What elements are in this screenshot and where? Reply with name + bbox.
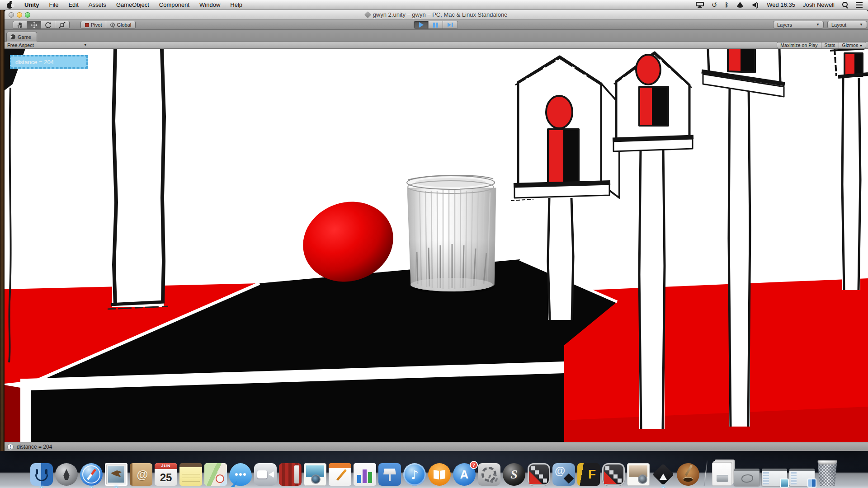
dock-icon-trash[interactable]: [817, 460, 838, 486]
dock-icon-minimized-window-1[interactable]: [734, 469, 760, 486]
dock-icon-keynote[interactable]: [378, 463, 401, 486]
move-icon: [31, 22, 38, 28]
layout-dropdown[interactable]: Layout▼: [827, 21, 867, 28]
dock-icon-mail[interactable]: [105, 463, 127, 486]
title-bar[interactable]: gwyn 2.unity – gwyn – PC, Mac & Linux St…: [5, 10, 868, 20]
dock-icon-system-preferences[interactable]: [478, 463, 500, 486]
menu-component[interactable]: Component: [154, 0, 194, 9]
dock-icon-unity-docs[interactable]: [552, 463, 575, 486]
tab-game[interactable]: Game: [6, 32, 37, 42]
dock-icon-contacts[interactable]: [130, 463, 152, 486]
dock-icon-safari[interactable]: [80, 463, 103, 486]
game-view-icon: [10, 34, 15, 39]
dock-icon-minimized-window-3[interactable]: [789, 469, 815, 486]
dock-icon-zigzag-app-2[interactable]: [602, 463, 625, 486]
menu-unity[interactable]: Unity: [19, 0, 44, 9]
dock-icon-numbers[interactable]: [354, 463, 376, 486]
dock-icon-photo-booth[interactable]: [279, 463, 302, 486]
step-icon: [448, 23, 453, 27]
window-title: gwyn 2.unity – gwyn – PC, Mac & Linux St…: [373, 11, 508, 18]
menu-edit[interactable]: Edit: [63, 0, 83, 9]
dock-icon-ibooks[interactable]: [428, 463, 451, 486]
calendar-month: JUN: [155, 463, 177, 469]
running-indicator: [40, 486, 43, 488]
spotlight-icon[interactable]: [842, 2, 848, 8]
apple-menu-icon[interactable]: [6, 1, 13, 9]
menu-gameobject[interactable]: GameObject: [111, 0, 154, 9]
trash-can: [407, 175, 496, 293]
dock-icon-messages[interactable]: [229, 463, 252, 486]
layers-dropdown[interactable]: Layers▼: [773, 21, 824, 28]
dock-icon-minimized-window-2[interactable]: [762, 469, 787, 486]
bluetooth-icon[interactable]: ᛒ: [725, 1, 728, 9]
dock-separator: [704, 460, 708, 486]
dock-icon-calendar[interactable]: JUN 25: [155, 463, 177, 486]
dock-icon-pages[interactable]: [329, 463, 351, 486]
scale-tool-button[interactable]: [55, 21, 69, 28]
menu-file[interactable]: File: [44, 0, 64, 9]
notification-center-icon[interactable]: [856, 2, 863, 3]
dock-icon-garageband[interactable]: [677, 463, 699, 486]
globe-icon: [110, 23, 115, 27]
move-tool-button[interactable]: [27, 21, 41, 28]
menu-bar: Unity File Edit Assets GameObject Compon…: [0, 0, 868, 10]
global-toggle-button[interactable]: Global: [106, 21, 135, 28]
status-bar[interactable]: ! distance = 204: [5, 442, 868, 451]
airplay-icon[interactable]: [696, 2, 704, 8]
hand-tool-button[interactable]: [13, 21, 27, 28]
menu-clock[interactable]: Wed 16:35: [767, 1, 795, 8]
dock-icon-documents-stack[interactable]: [712, 462, 732, 486]
rotate-icon: [45, 22, 52, 28]
dock-icon-f-cube-app[interactable]: [577, 463, 600, 486]
stats-button[interactable]: Stats: [821, 42, 839, 48]
time-machine-icon[interactable]: ↺: [712, 1, 717, 9]
play-button[interactable]: [414, 21, 429, 28]
dock-icon-launchpad[interactable]: [55, 463, 78, 486]
pivot-icon: [85, 23, 89, 27]
step-button[interactable]: [443, 21, 458, 28]
menu-help[interactable]: Help: [225, 0, 247, 9]
wifi-icon[interactable]: [736, 2, 744, 8]
pause-icon: [433, 23, 438, 28]
unity-cube-icon: [364, 11, 371, 19]
aspect-dropdown[interactable]: Free Aspect▼: [5, 42, 87, 48]
close-button[interactable]: [9, 12, 14, 18]
dock-icon-notes[interactable]: [179, 463, 202, 486]
hand-icon: [17, 22, 24, 28]
pivot-toggle-button[interactable]: Pivot: [81, 21, 106, 28]
maximize-on-play-button[interactable]: Maximize on Play: [777, 42, 821, 48]
dock-icon-facetime[interactable]: [254, 463, 277, 486]
play-icon: [419, 22, 424, 28]
dock-icon-app-store[interactable]: 7: [453, 463, 476, 486]
unity-window: gwyn 2.unity – gwyn – PC, Mac & Linux St…: [5, 10, 868, 451]
volume-icon[interactable]: [752, 2, 759, 8]
dock-icon-finder[interactable]: [30, 463, 53, 486]
game-view-controls: Free Aspect▼ Maximize on Play Stats Gizm…: [5, 42, 868, 49]
minimize-button[interactable]: [17, 12, 22, 18]
menu-window[interactable]: Window: [194, 0, 225, 9]
rendered-scene: [5, 49, 868, 442]
rotate-tool-button[interactable]: [41, 21, 55, 28]
zoom-button[interactable]: [25, 12, 30, 18]
calendar-day: 25: [155, 469, 177, 486]
menu-assets[interactable]: Assets: [84, 0, 111, 9]
sketch-pillar: [108, 49, 168, 309]
dock-icon-sphere-s-app[interactable]: [503, 463, 525, 486]
dock: JUN 25 7: [0, 460, 868, 486]
dock-icon-unity[interactable]: [652, 463, 675, 486]
running-indicator: [662, 486, 665, 488]
running-indicator: [90, 486, 93, 488]
dock-icon-maps[interactable]: [204, 463, 227, 486]
dock-icon-itunes[interactable]: [403, 463, 426, 486]
desktop-wallpaper-strip: [0, 10, 5, 453]
menu-user[interactable]: Josh Newell: [803, 1, 835, 8]
dock-icon-iphoto[interactable]: [304, 463, 326, 486]
gizmos-dropdown[interactable]: Gizmos ▼: [839, 42, 866, 48]
distance-overlay: distance = 204: [10, 55, 88, 69]
pause-button[interactable]: [429, 21, 443, 28]
game-viewport[interactable]: distance = 204: [5, 49, 868, 442]
main-toolbar: Pivot Global Layers▼ Layout▼: [5, 20, 868, 30]
dock-icon-photos[interactable]: [627, 463, 650, 486]
dock-icon-zigzag-app[interactable]: [528, 463, 550, 486]
dock-area: JUN 25 7: [0, 451, 868, 488]
